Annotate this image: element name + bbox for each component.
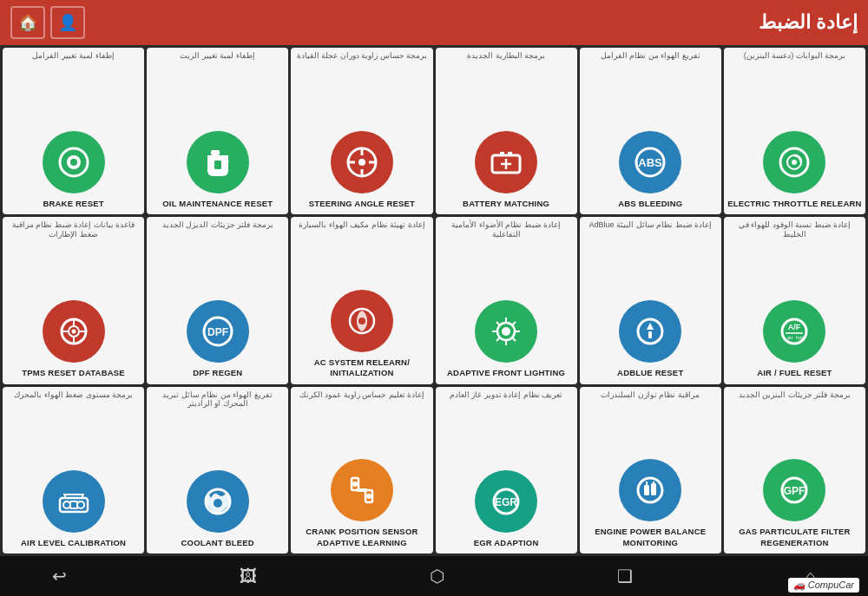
svg-rect-60: [357, 488, 367, 492]
electric-throttle-icon: [763, 131, 825, 193]
engine-power-icon: [619, 459, 681, 521]
svg-line-40: [496, 337, 501, 342]
back-button[interactable]: ↩: [52, 566, 67, 586]
svg-line-37: [496, 322, 501, 326]
svg-point-51: [77, 501, 84, 508]
tpms-reset-icon: [43, 300, 105, 363]
svg-text:DPF: DPF: [207, 326, 228, 338]
bottom-bar: ↩ 🖼 ⬡ ❑ ⌂: [0, 556, 868, 596]
dpf-regen-label: DPF REGEN: [193, 368, 242, 378]
svg-rect-12: [500, 152, 504, 155]
egr-adaption-label: EGR ADAPTION: [474, 538, 539, 548]
svg-text:A/F: A/F: [788, 323, 801, 331]
steering-angle-arabic: برمجة حساس زاوية دوران عجلة القيادة: [291, 51, 432, 61]
brand-logo: 🚗 CompuCar: [788, 578, 859, 593]
header: 🏠 👤 إعادة الضبط: [0, 0, 868, 45]
svg-point-50: [63, 501, 70, 508]
page-title: إعادة الضبط: [759, 11, 858, 34]
battery-matching-label: BATTERY MATCHING: [463, 199, 549, 209]
svg-text:EGR: EGR: [495, 496, 517, 508]
svg-line-39: [512, 322, 516, 326]
egr-adaption-item[interactable]: تعريف نظام إعادة تدوير غاز العادم EGR EG…: [436, 387, 577, 553]
air-fuel-arabic: إعادة ضبط نسبة الوقود للهواء في الخليط: [724, 220, 865, 239]
adblue-reset-item[interactable]: إعادة ضبط نظام سائل البيئة AdBlue ADBLUE…: [580, 217, 721, 383]
svg-point-57: [214, 499, 222, 508]
user-button[interactable]: 👤: [50, 6, 85, 39]
oil-maintenance-label: OIL MAINTENANCE RESET: [162, 199, 273, 209]
svg-line-38: [512, 337, 516, 342]
air-level-calibration-arabic: برمجة مستوى ضغط الهواء بالمحرك: [3, 390, 144, 400]
svg-point-61: [352, 481, 358, 487]
oil-maintenance-icon: [187, 131, 249, 193]
coolant-bleed-arabic: تفريغ الهواء من نظام سائل تبريد المحرك ا…: [147, 390, 288, 409]
svg-point-2: [70, 159, 77, 166]
svg-text:air: air: [787, 335, 793, 340]
svg-text:fuel: fuel: [796, 335, 805, 340]
air-level-calibration-label: AIR LEVEL CALIBRATION: [21, 538, 126, 548]
abs-bleeding-arabic: تفريغ الهواء من نظام الفرامل: [580, 51, 721, 61]
copy-button[interactable]: ❑: [617, 566, 633, 586]
adblue-reset-arabic: إعادة ضبط نظام سائل البيئة AdBlue: [580, 220, 721, 230]
brake-reset-arabic: إطفاء لمبة تغيير الفرامل: [3, 51, 144, 61]
coolant-bleed-item[interactable]: تفريغ الهواء من نظام سائل تبريد المحرك ا…: [147, 387, 288, 553]
svg-rect-67: [651, 483, 656, 495]
adaptive-front-lighting-arabic: إعادة ضبط نظام الأضواء الأمامية التفاعلي…: [436, 220, 577, 239]
tpms-reset-label: TPMS RESET DATABASE: [22, 368, 125, 378]
gpf-regen-icon: GPF: [763, 459, 825, 521]
crank-position-icon: [331, 459, 393, 521]
svg-point-62: [366, 494, 372, 499]
brake-reset-item[interactable]: إطفاء لمبة تغيير الفرامل BRAKE RESET: [3, 48, 144, 214]
steering-angle-reset-item[interactable]: برمجة حساس زاوية دوران عجلة القيادة STEE…: [291, 48, 432, 214]
tpms-reset-database-item[interactable]: قاعدة بيانات إعادة ضبط نظام مراقبة ضغط ا…: [3, 217, 144, 383]
air-fuel-label: AIR / FUEL RESET: [757, 368, 832, 378]
adaptive-front-lighting-item[interactable]: إعادة ضبط نظام الأضواء الأمامية التفاعلي…: [436, 217, 577, 383]
electric-throttle-relearn-item[interactable]: برمجة البوابات (دعسة البنزين) ELECTRIC T…: [724, 48, 865, 214]
usb-button[interactable]: ⬡: [430, 566, 444, 586]
svg-rect-3: [211, 150, 220, 155]
coolant-bleed-label: COOLANT BLEED: [181, 538, 254, 548]
brake-reset-label: BRAKE RESET: [43, 199, 103, 209]
svg-point-20: [792, 160, 797, 165]
bottom-bar-wrapper: ↩ 🖼 ⬡ ❑ ⌂ 🚗 CompuCar: [0, 556, 868, 596]
abs-bleeding-icon: ABS: [619, 131, 681, 193]
air-fuel-reset-item[interactable]: إعادة ضبط نسبة الوقود للهواء في الخليط A…: [724, 217, 865, 383]
abs-bleeding-item[interactable]: تفريغ الهواء من نظام الفرامل ABS ABS BLE…: [580, 48, 721, 214]
adblue-reset-icon: [619, 300, 681, 363]
ac-system-relearn-item[interactable]: إعادة تهيئة نظام مكيف الهواء بالسيارة AC…: [291, 217, 432, 383]
gallery-button[interactable]: 🖼: [240, 567, 257, 586]
ac-system-arabic: إعادة تهيئة نظام مكيف الهواء بالسيارة: [291, 220, 432, 230]
egr-adaption-icon: EGR: [475, 470, 537, 533]
adblue-reset-label: ADBLUE RESET: [617, 368, 683, 378]
function-grid: إطفاء لمبة تغيير الفرامل BRAKE RESET إطف…: [0, 45, 868, 556]
oil-maintenance-reset-item[interactable]: إطفاء لمبة تغيير الزيت OIL MAINTENANCE R…: [147, 48, 288, 214]
air-level-calibration-item[interactable]: برمجة مستوى ضغط الهواء بالمحرك AIR LEVEL…: [3, 387, 144, 553]
dpf-regen-icon: DPF: [187, 300, 249, 363]
steering-angle-icon: [331, 131, 393, 193]
dpf-regen-item[interactable]: برمجة فلتر جزيئات الديزل الجديد DPF DPF …: [147, 217, 288, 383]
gpf-regen-arabic: برمجة فلتر جزيئات البنزين الجديد: [724, 390, 865, 400]
electric-throttle-label: ELECTRIC THROTTLE RELEARN: [727, 199, 861, 209]
adaptive-front-lighting-label: ADAPTIVE FRONT LIGHTING: [447, 368, 565, 378]
adaptive-front-lighting-icon: [475, 300, 537, 363]
engine-power-label: ENGINE POWER BALANCE MONITORING: [583, 527, 718, 548]
gpf-regen-item[interactable]: برمجة فلتر جزيئات البنزين الجديد GPF GAS…: [724, 387, 865, 553]
air-level-calibration-icon: [43, 470, 105, 533]
crank-position-arabic: إعادة تعليم حساس زاوية عمود الكرنك: [291, 390, 432, 400]
ac-system-label: AC SYSTEM RELEARN/ INITIALIZATION: [294, 357, 429, 379]
battery-matching-arabic: برمجة البطارية الجديدة: [436, 51, 577, 61]
dpf-regen-arabic: برمجة فلتر جزيئات الديزل الجديد: [147, 220, 288, 230]
crank-position-sensor-item[interactable]: إعادة تعليم حساس زاوية عمود الكرنك CRANK…: [291, 387, 432, 553]
svg-rect-43: [648, 331, 652, 338]
engine-power-arabic: مراقبة نظام توازن السلندرات: [580, 390, 721, 400]
battery-matching-item[interactable]: برمجة البطارية الجديدة BATTERY MATCHING: [436, 48, 577, 214]
svg-rect-52: [70, 501, 77, 508]
oil-maintenance-arabic: إطفاء لمبة تغيير الزيت: [147, 51, 288, 61]
home-button[interactable]: 🏠: [10, 6, 45, 39]
svg-point-27: [71, 330, 76, 334]
steering-angle-label: STEERING ANGLE RESET: [309, 199, 415, 209]
engine-power-balance-item[interactable]: مراقبة نظام توازن السلندرات ENGINE POWER…: [580, 387, 721, 553]
crank-position-label: CRANK POSITION SENSOR ADAPTIVE LEARNING: [294, 527, 429, 548]
svg-point-31: [358, 318, 365, 324]
tpms-reset-arabic: قاعدة بيانات إعادة ضبط نظام مراقبة ضغط ا…: [3, 220, 144, 239]
svg-rect-66: [644, 485, 649, 495]
